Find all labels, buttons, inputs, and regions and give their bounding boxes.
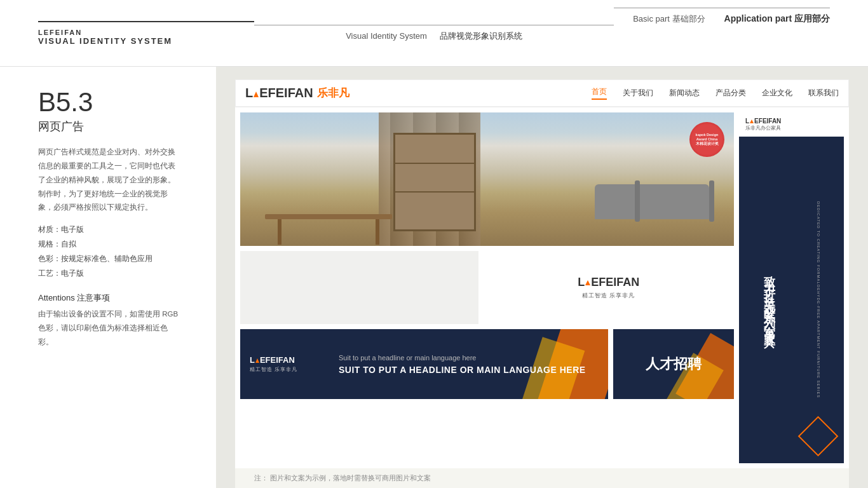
wb-efeifan: EFEIFAN — [260, 355, 295, 365]
wb-text-area: Suit to put a headline or main language … — [339, 354, 586, 375]
recruit-banner: 人才招聘 — [613, 329, 734, 399]
award-line3: 木棉花设计奖 — [696, 142, 719, 146]
vis-identity-cn: 品牌视觉形象识别系统 — [440, 30, 522, 42]
desk-leg-left — [278, 219, 281, 245]
shelf-line-2 — [395, 191, 474, 193]
ts-logo: L EFEIFAN — [745, 118, 781, 125]
logo-accent-shape — [254, 92, 259, 97]
middle-image-area — [240, 251, 478, 324]
white-logo-box: L EFEIFAN 精工智造 乐享非凡 — [484, 251, 735, 324]
website-nav: L EFEIFAN 乐非凡 首页 关于我们 新闻动态 产品分类 企业文化 联系我… — [236, 80, 848, 107]
wb-logo: L EFEIFAN — [250, 355, 326, 365]
wide-banner: L EFEIFAN 精工智造 乐享非凡 Suit to put a headli… — [240, 329, 608, 399]
sofa — [595, 184, 709, 219]
ts-efeifan: EFEIFAN — [754, 118, 781, 125]
header-center: Visual Identity System 品牌视觉形象识别系统 — [254, 25, 614, 42]
award-line2: Award China — [696, 137, 719, 142]
tall-sidebar-ad: L EFEIFAN 乐非凡办公家具 致力于打造无醛系列公寓家具 DEDICATE… — [739, 112, 844, 463]
section-title: 网页广告 — [38, 119, 181, 134]
nav-products[interactable]: 产品分类 — [715, 88, 746, 98]
middle-row: L EFEIFAN 精工智造 乐享非凡 — [240, 251, 734, 324]
award-badge: kapok Design Award China 木棉花设计奖 — [689, 122, 724, 157]
application-part-label: Application part 应用部分 — [724, 13, 830, 25]
header-right: Basic part 基础部分 Application part 应用部分 — [614, 8, 830, 25]
vis-identity-en: Visual Identity System — [346, 31, 427, 41]
note-text: 注： 图片和文案为示例，落地时需替换可商用图片和文案 — [254, 474, 431, 482]
ts-diamond — [798, 416, 839, 457]
attentions-desc: 由于输出设备的设置不同，如需使用 RGB 色彩，请以印刷色值为标准选择相近色彩。 — [38, 308, 181, 349]
right-area: L EFEIFAN 乐非凡 首页 关于我们 新闻动态 产品分类 企业文化 联系我… — [216, 67, 868, 488]
wb-logo-cn: 精工智造 乐享非凡 — [250, 366, 326, 373]
header-left: LEFEIFAN VISUAL IDENTITY SYSTEM — [38, 21, 254, 46]
wb-accent — [255, 358, 259, 363]
wbl-accent — [585, 280, 590, 285]
recruit-text: 人才招聘 — [646, 355, 702, 374]
wb-headline-small: Suit to put a headline or main language … — [339, 354, 586, 362]
wb-logo-area: L EFEIFAN 精工智造 乐享非凡 — [250, 355, 326, 373]
sofa-arm-right — [709, 180, 714, 222]
ts-main-en: DEDICATED TO CREATING FORMALDEHYDE-FREE … — [816, 201, 821, 398]
white-box-tagline: 精工智造 乐享非凡 — [582, 292, 635, 300]
logo-cn-text: 乐非凡 — [317, 86, 349, 100]
spec-size: 规格：自拟 — [38, 237, 181, 252]
website-logo: L EFEIFAN 乐非凡 — [245, 86, 349, 100]
nav-culture[interactable]: 企业文化 — [762, 88, 792, 98]
basic-part-label: Basic part 基础部分 — [633, 13, 705, 25]
award-text: kapok Design Award China 木棉花设计奖 — [696, 133, 719, 146]
shelf-line-1 — [395, 163, 474, 164]
main-content: B5.3 网页广告 网页广告样式规范是企业对内、对外交换信息的最重要的工具之一，… — [0, 67, 868, 488]
left-ads-col: kapok Design Award China 木棉花设计奖 — [240, 112, 734, 463]
ts-body: 致力于打造无醛系列公寓家具 DEDICATED TO CREATING FORM… — [739, 137, 844, 463]
banner-row: L EFEIFAN 精工智造 乐享非凡 Suit to put a headli… — [240, 329, 734, 399]
bookshelf — [393, 133, 476, 231]
wb-headline-large: SUIT TO PUT A HEADLINE OR MAIN LANGUAGE … — [339, 365, 586, 375]
banner-bg — [240, 112, 734, 246]
nav-home[interactable]: 首页 — [592, 86, 607, 100]
ts-accent — [750, 119, 754, 123]
desk-leg-right — [376, 219, 379, 245]
spec-color: 色彩：按规定标准色、辅助色应用 — [38, 252, 181, 266]
content-inner: kapok Design Award China 木棉花设计奖 — [235, 107, 849, 468]
brand-name-bottom: VISUAL IDENTITY SYSTEM — [38, 36, 254, 46]
wbl-L: L — [578, 276, 585, 289]
logo-efeifan: EFEIFAN — [259, 86, 313, 100]
wb-L: L — [250, 355, 255, 365]
nav-about[interactable]: 关于我们 — [623, 88, 653, 98]
header: LEFEIFAN VISUAL IDENTITY SYSTEM Visual I… — [0, 0, 868, 67]
ts-logo-wrap: L EFEIFAN 乐非凡办公家具 — [745, 118, 781, 132]
nav-news[interactable]: 新闻动态 — [669, 88, 700, 98]
ts-header: L EFEIFAN 乐非凡办公家具 — [739, 112, 844, 137]
award-line1: kapok Design — [696, 133, 719, 137]
logo-l-letter: L — [245, 86, 253, 100]
ts-L: L — [745, 118, 749, 125]
left-panel: B5.3 网页广告 网页广告样式规范是企业对内、对外交换信息的最重要的工具之一，… — [0, 67, 216, 488]
content-box: L EFEIFAN 乐非凡 首页 关于我们 新闻动态 产品分类 企业文化 联系我… — [235, 79, 849, 468]
sofa-arm-left — [635, 180, 640, 222]
desk-surface — [265, 214, 392, 219]
spec-material: 材质：电子版 — [38, 222, 181, 237]
white-box-logo: L EFEIFAN — [578, 276, 639, 289]
attentions-title: Attentions 注意事项 — [38, 292, 181, 304]
section-desc: 网页广告样式规范是企业对内、对外交换信息的最重要的工具之一，它同时也代表了企业的… — [38, 146, 181, 215]
website-mockup: L EFEIFAN 乐非凡 首页 关于我们 新闻动态 产品分类 企业文化 联系我… — [235, 79, 849, 107]
main-banner: kapok Design Award China 木棉花设计奖 — [240, 112, 734, 246]
brand-name-top: LEFEIFAN — [38, 29, 254, 36]
section-number: B5.3 — [38, 89, 181, 116]
office-desk — [265, 214, 392, 219]
spec-craft: 工艺：电子版 — [38, 266, 181, 281]
nav-contact[interactable]: 联系我们 — [808, 88, 839, 98]
wbl-efeifan: EFEIFAN — [591, 276, 639, 289]
ts-logo-cn: 乐非凡办公家具 — [745, 125, 781, 132]
ts-main-cn: 致力于打造无醛系列公寓家具 — [762, 267, 777, 333]
nav-links: 首页 关于我们 新闻动态 产品分类 企业文化 联系我们 — [592, 86, 839, 100]
note-bar: 注： 图片和文案为示例，落地时需替换可商用图片和文案 — [235, 468, 849, 488]
